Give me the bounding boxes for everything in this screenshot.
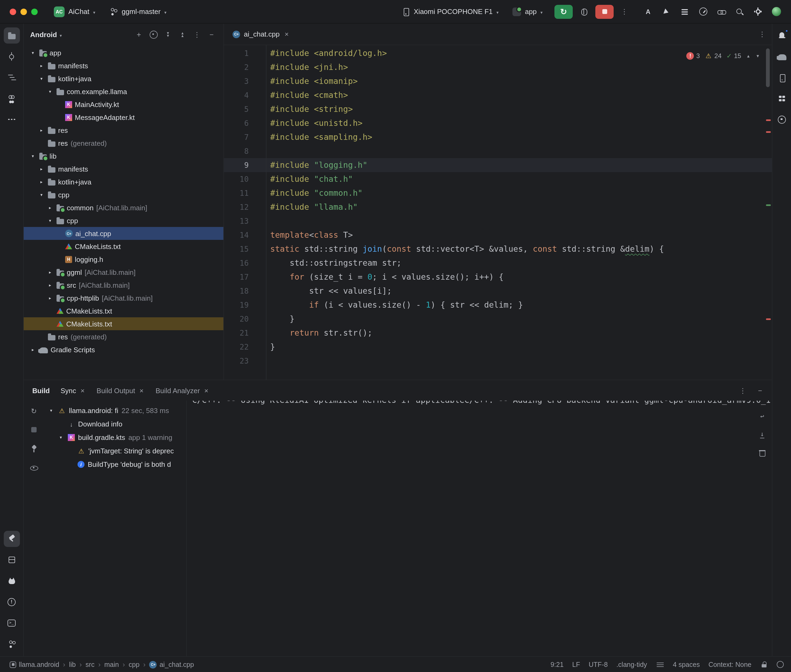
code-line[interactable]: 13 — [224, 214, 772, 228]
device-explorer-tool-button[interactable] — [3, 552, 20, 568]
tree-item[interactable]: cpp-httplib[AiChat.lib.main] — [24, 291, 223, 304]
version-control-tool-button[interactable] — [3, 636, 20, 652]
code-line[interactable]: 5#include <string> — [224, 102, 772, 116]
indent-icon[interactable] — [656, 660, 664, 669]
settings-button[interactable] — [750, 4, 765, 19]
editor-tab[interactable]: ai_chat.cpp — [226, 23, 296, 45]
inspections-widget[interactable]: 3 24 15 ▴ ▾ — [684, 48, 762, 64]
breadcrumb-item[interactable]: lib — [69, 661, 75, 668]
build-tree-item[interactable]: BuildType 'debug' is both d — [44, 458, 186, 471]
breadcrumb-item[interactable]: cpp — [128, 661, 140, 668]
tree-item[interactable]: ggml[AiChat.lib.main] — [24, 266, 223, 278]
tree-item[interactable]: CMakeLists.txt — [24, 240, 223, 253]
build-tab[interactable]: Build Analyzer — [156, 386, 210, 395]
tree-item[interactable]: MessageAdapter.kt — [24, 111, 223, 124]
tree-item[interactable]: ai_chat.cpp — [24, 227, 223, 240]
run-config-selector[interactable]: app — [509, 5, 549, 18]
tree-item[interactable]: res(generated) — [24, 137, 223, 149]
ai-assistant-button[interactable] — [640, 4, 656, 19]
readonly-toggle[interactable] — [760, 661, 768, 669]
tree-item[interactable]: src[AiChat.lib.main] — [24, 278, 223, 291]
code-line[interactable]: 6#include <unistd.h> — [224, 116, 772, 130]
code-line[interactable]: 20 } — [224, 312, 772, 326]
more-actions-button[interactable] — [617, 4, 632, 19]
tree-item[interactable]: res(generated) — [24, 330, 223, 343]
tree-item[interactable]: common[AiChat.lib.main] — [24, 201, 223, 214]
breadcrumb-item[interactable]: src — [86, 661, 95, 668]
task-list-button[interactable] — [677, 4, 692, 19]
expand-all-button[interactable] — [162, 28, 175, 41]
minimize-window-button[interactable] — [21, 8, 27, 15]
breadcrumb-item[interactable]: ai_chat.cpp — [149, 661, 194, 668]
line-separator-widget[interactable]: LF — [572, 661, 580, 668]
clear-console-button[interactable] — [755, 446, 769, 460]
build-options-button[interactable] — [736, 384, 749, 397]
tree-item[interactable]: kotlin+java — [24, 72, 223, 85]
debug-button[interactable] — [576, 4, 591, 19]
close-tab-icon[interactable] — [138, 386, 145, 395]
project-view-selector[interactable]: Android — [30, 30, 57, 38]
problems-tool-button[interactable] — [3, 594, 20, 610]
build-tab[interactable]: Build Output — [96, 386, 145, 395]
panel-options-button[interactable] — [191, 28, 204, 41]
soft-wrap-button[interactable] — [755, 409, 769, 423]
indent-widget[interactable]: 4 spaces — [673, 661, 700, 668]
terminal-tool-button[interactable] — [3, 615, 20, 631]
device-manager-tool-button[interactable] — [774, 69, 790, 85]
build-tree-item[interactable]: Download info — [44, 418, 186, 431]
close-tab-icon[interactable] — [283, 30, 290, 38]
code-line[interactable]: 17 for (size_t i = 0; i < values.size();… — [224, 270, 772, 284]
code-line[interactable]: 18 str << values[i]; — [224, 284, 772, 298]
inspections-status-widget[interactable] — [777, 661, 784, 668]
code-line[interactable]: 12#include "llama.h" — [224, 200, 772, 214]
code-line[interactable]: 11#include "common.h" — [224, 186, 772, 200]
code-line[interactable]: 10#include "chat.h" — [224, 172, 772, 186]
code-editor[interactable]: 1#include <android/log.h>2#include <jni.… — [224, 45, 772, 380]
project-widget[interactable]: AC AiChat — [50, 4, 102, 19]
search-everywhere-button[interactable] — [732, 4, 747, 19]
breadcrumb-item[interactable]: main — [104, 661, 119, 668]
tree-item[interactable]: kotlin+java — [24, 175, 223, 188]
tree-item[interactable]: logging.h — [24, 253, 223, 266]
tree-item[interactable]: res — [24, 124, 223, 137]
run-anything-button[interactable] — [659, 4, 674, 19]
tree-item[interactable]: lib — [24, 149, 223, 162]
collapse-all-button[interactable] — [176, 28, 189, 41]
hide-panel-button[interactable] — [205, 28, 218, 41]
code-line[interactable]: 9#include "logging.h" — [224, 158, 772, 172]
clang-tidy-widget[interactable]: .clang-tidy — [616, 661, 647, 668]
caret-position-widget[interactable]: 9:21 — [550, 661, 563, 668]
device-mirroring-button[interactable] — [714, 4, 729, 19]
more-tool-windows-button[interactable] — [3, 111, 20, 128]
branch-widget[interactable]: ggml-master — [105, 5, 173, 18]
project-tool-button[interactable] — [3, 27, 20, 43]
pull-requests-tool-button[interactable] — [3, 90, 20, 107]
notifications-button[interactable] — [774, 27, 790, 43]
commit-tool-button[interactable] — [3, 48, 20, 64]
build-tree-item[interactable]: llama.android: fi22 sec, 583 ms — [44, 404, 186, 418]
resource-manager-tool-button[interactable] — [774, 90, 790, 107]
hide-build-panel-button[interactable] — [754, 384, 767, 397]
tree-item[interactable]: Gradle Scripts — [24, 343, 223, 356]
tree-item[interactable]: CMakeLists.txt — [24, 304, 223, 317]
code-line[interactable]: 4#include <cmath> — [224, 88, 772, 102]
close-window-button[interactable] — [10, 8, 16, 15]
close-tab-icon[interactable] — [79, 386, 86, 395]
tree-item[interactable]: com.example.llama — [24, 85, 223, 98]
tree-item[interactable]: MainActivity.kt — [24, 98, 223, 111]
previous-issue-button[interactable]: ▴ — [746, 49, 751, 63]
editor-options-button[interactable] — [758, 30, 767, 38]
profile-button[interactable] — [769, 4, 784, 19]
tree-item[interactable]: CMakeLists.txt — [24, 317, 223, 330]
editor-scrollbar-thumb[interactable] — [766, 48, 770, 87]
run-button[interactable] — [554, 5, 573, 19]
code-line[interactable]: 21 return str.str(); — [224, 326, 772, 340]
code-line[interactable]: 22} — [224, 340, 772, 354]
assistant-tool-button[interactable] — [774, 111, 790, 128]
context-widget[interactable]: Context: None — [708, 661, 751, 668]
select-opened-file-button[interactable] — [147, 28, 160, 41]
code-line[interactable]: 3#include <iomanip> — [224, 74, 772, 88]
build-tool-button[interactable] — [3, 531, 20, 547]
build-tree-item[interactable]: 'jvmTarget: String' is deprec — [44, 444, 186, 458]
stop-button[interactable] — [595, 5, 614, 19]
